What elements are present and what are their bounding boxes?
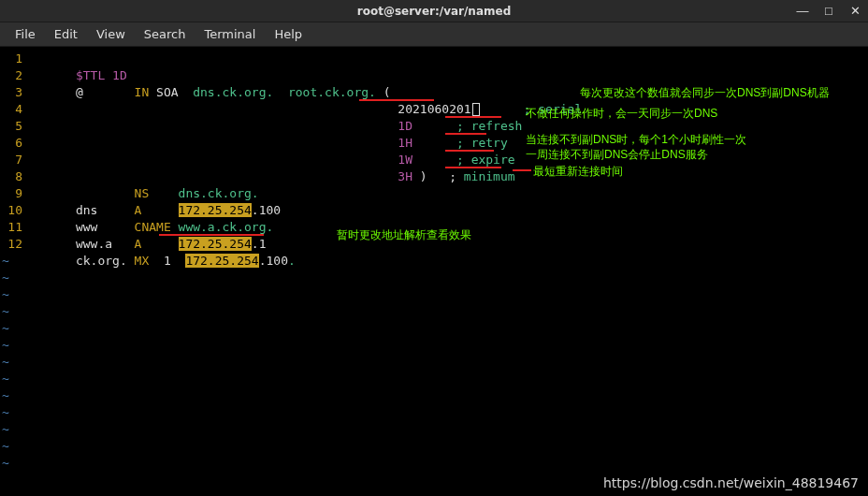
code-line: 4 1D ; refresh: [0, 101, 868, 118]
line-number: 10: [0, 202, 22, 219]
line-number: 8: [0, 168, 22, 185]
empty-tilde: ~: [0, 303, 868, 320]
menubar: File Edit View Search Terminal Help: [0, 22, 868, 47]
watermark: https://blog.csdn.net/weixin_48819467: [603, 475, 859, 490]
code-line: 7 3H ) ; minimum: [0, 152, 868, 168]
annot-refresh: 不做任何操作时，会一天同步一次DNS: [526, 105, 717, 122]
menu-edit[interactable]: Edit: [45, 24, 87, 44]
empty-tilde: ~: [0, 421, 868, 438]
menu-terminal[interactable]: Terminal: [195, 24, 265, 44]
close-button[interactable]: ✕: [846, 3, 864, 20]
line-number: 3: [0, 84, 22, 101]
line-number: 9: [0, 185, 22, 202]
type-mx: MX: [135, 254, 150, 268]
empty-tilde: ~: [0, 404, 868, 421]
minimize-button[interactable]: —: [793, 3, 812, 20]
empty-tilde: ~: [0, 354, 868, 371]
menu-search[interactable]: Search: [135, 24, 195, 44]
line-number: 12: [0, 236, 22, 253]
line-number: 6: [0, 135, 22, 152]
mx-priority: 1: [164, 254, 171, 268]
code-line: 1 $TTL 1D: [0, 51, 868, 67]
empty-tilde: ~: [0, 455, 868, 472]
window-controls: — □ ✕: [793, 0, 864, 22]
trailing-dot: .: [288, 254, 296, 268]
record-name: ck.org.: [76, 254, 127, 268]
annot-temp: 暂时更改地址解析查看效果: [337, 226, 471, 243]
annot-expire: 一周连接不到副DNS会停止DNS服务: [526, 146, 708, 163]
window-title: root@server:/var/named: [357, 5, 512, 18]
line-number: 5: [0, 118, 22, 135]
menu-file[interactable]: File: [6, 24, 45, 44]
line-number: 2: [0, 67, 22, 84]
empty-tilde: ~: [0, 438, 868, 455]
connector-icon: [513, 169, 531, 171]
ip-highlight: 172.25.254: [185, 254, 258, 268]
empty-tilde: ~: [0, 270, 868, 286]
titlebar: root@server:/var/named — □ ✕: [0, 0, 868, 22]
annot-minimum: 最短重新连接时间: [533, 163, 623, 180]
code-line: 9 dns A 172.25.254.100: [0, 185, 868, 202]
line-number: 7: [0, 152, 22, 168]
line-number: 11: [0, 219, 22, 236]
code-line: 2 @ IN SOA dns.ck.org. root.ck.org. (: [0, 67, 868, 84]
maximize-button[interactable]: □: [819, 3, 838, 20]
empty-tilde: ~: [0, 337, 868, 354]
menu-view[interactable]: View: [87, 24, 135, 44]
empty-tilde: ~: [0, 320, 868, 337]
ip-tail: .100: [259, 254, 288, 268]
editor-area[interactable]: 1 $TTL 1D 2 @ IN SOA dns.ck.org. root.ck…: [0, 47, 868, 496]
code-line: 8 NS dns.ck.org.: [0, 168, 868, 185]
line-number: 4: [0, 101, 22, 118]
code-line: 10 www CNAME www.a.ck.org.: [0, 202, 868, 219]
empty-tilde: ~: [0, 286, 868, 303]
menu-help[interactable]: Help: [265, 24, 311, 44]
annot-serial: 每次更改这个数值就会同步一次DNS到副DNS机器: [580, 84, 830, 101]
empty-tilde: ~: [0, 387, 868, 404]
line-number: 1: [0, 51, 22, 67]
empty-tilde: ~: [0, 371, 868, 387]
